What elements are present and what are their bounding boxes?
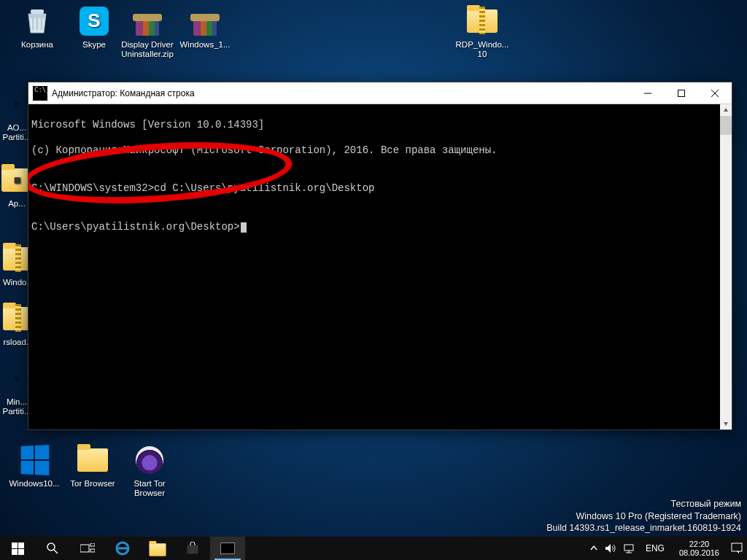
action-center-icon[interactable]: [731, 542, 743, 554]
svg-marker-19: [737, 551, 739, 553]
taskbar-store[interactable]: [175, 537, 210, 560]
windows-logo-icon: [18, 443, 51, 477]
taskbar-search-button[interactable]: [35, 537, 70, 560]
svg-rect-10: [90, 543, 95, 546]
window-title: Администратор: Командная строка: [52, 88, 631, 98]
desktop-icon-windows1[interactable]: Windows_1...: [178, 4, 232, 50]
close-button[interactable]: [698, 82, 732, 104]
system-tray: ENG 22:20 08.09.2016: [586, 537, 747, 560]
folder-icon: [76, 443, 109, 477]
tray-clock[interactable]: 22:20 08.09.2016: [675, 540, 724, 557]
tor-icon: [133, 443, 166, 477]
svg-rect-11: [90, 549, 95, 552]
icon-label: RDP_Windo... 10: [455, 40, 509, 59]
taskbar-explorer[interactable]: [140, 537, 175, 560]
scrollbar-down-button[interactable]: [720, 418, 732, 429]
terminal-line: C:\WINDOWS\system32>cd C:\Users\pyatilis…: [31, 182, 717, 195]
taskbar-edge[interactable]: [105, 537, 140, 560]
icon-label: Tor Browser: [66, 479, 120, 489]
desktop-icon-rdp[interactable]: RDP_Windo... 10: [455, 4, 509, 59]
svg-rect-9: [80, 545, 89, 552]
cmd-window: C:\_ Администратор: Командная строка Mic…: [28, 82, 732, 430]
watermark-line: Windows 10 Pro (Registered Trademark): [546, 510, 741, 522]
maximize-button[interactable]: [665, 82, 698, 104]
start-button[interactable]: [0, 537, 35, 560]
minimize-button[interactable]: [631, 82, 665, 104]
tray-language[interactable]: ENG: [643, 543, 667, 553]
desktop-icon-ddu-zip[interactable]: Display Driver Uninstaller.zip: [120, 4, 174, 59]
cmd-icon: [220, 542, 235, 554]
svg-rect-18: [732, 543, 742, 551]
svg-rect-15: [624, 545, 633, 551]
windows-start-icon: [12, 542, 24, 555]
terminal-line: Microsoft Windows [Version 10.0.14393]: [31, 119, 717, 132]
icon-label: Skype: [67, 40, 121, 50]
svg-rect-13: [187, 545, 198, 553]
svg-marker-6: [724, 422, 728, 426]
scrollbar-thumb[interactable]: [720, 116, 732, 135]
svg-point-7: [47, 543, 55, 551]
icon-label: Windows_1...: [178, 40, 232, 50]
tray-date: 08.09.2016: [679, 548, 719, 557]
icon-label: Корзина: [10, 40, 64, 50]
svg-line-8: [54, 550, 58, 553]
cmd-icon: C:\_: [33, 86, 47, 101]
winrar-icon: [188, 4, 222, 38]
desktop-icon-recycle-bin[interactable]: Корзина: [10, 4, 64, 50]
titlebar[interactable]: C:\_ Администратор: Командная строка: [28, 82, 732, 104]
icon-label: Windows10...: [7, 479, 61, 489]
taskview-icon: [80, 543, 95, 553]
edge-icon: [115, 541, 130, 556]
scrollbar-vertical[interactable]: [720, 104, 732, 429]
store-icon: [186, 542, 199, 555]
watermark-line: Build 14393.rs1_release_inmarket.160819-…: [546, 522, 741, 534]
desktop-icon-tor[interactable]: Tor Browser: [66, 443, 120, 489]
folder-icon: [149, 543, 166, 556]
scrollbar-up-button[interactable]: [720, 104, 732, 116]
taskbar-taskview-button[interactable]: [70, 537, 105, 560]
terminal-prompt: C:\Users\pyatilistnik.org\Desktop>: [31, 221, 717, 234]
svg-rect-0: [31, 9, 44, 14]
search-icon: [46, 542, 59, 555]
svg-rect-2: [678, 90, 685, 96]
taskbar-cmd-running[interactable]: [210, 537, 245, 560]
cursor-icon: [241, 222, 247, 233]
desktop-icon-windows10[interactable]: Windows10...: [7, 443, 61, 489]
watermark-line: Тестовый режим: [546, 498, 741, 510]
folder-zip-icon: [465, 4, 499, 38]
desktop-icon-start-tor[interactable]: Start Tor Browser: [123, 443, 177, 498]
winrar-icon: [131, 4, 164, 38]
prompt-text: C:\Users\pyatilistnik.org\Desktop>: [31, 221, 240, 233]
windows-watermark: Тестовый режим Windows 10 Pro (Registere…: [546, 498, 741, 534]
skype-icon: S: [77, 4, 111, 38]
recycle-bin-icon: [20, 4, 54, 38]
desktop-icon-skype[interactable]: S Skype: [67, 4, 121, 50]
tray-time: 22:20: [679, 540, 719, 548]
taskbar: ENG 22:20 08.09.2016: [0, 537, 747, 560]
terminal-line: (c) Корпорация Майкрософт (Microsoft Cor…: [31, 144, 717, 158]
icon-label: Start Tor Browser: [123, 479, 177, 498]
tray-chevron-up-icon[interactable]: [590, 545, 597, 552]
svg-marker-5: [724, 108, 728, 112]
icon-label: Display Driver Uninstaller.zip: [120, 40, 174, 59]
svg-marker-14: [605, 544, 611, 553]
network-icon[interactable]: [624, 543, 635, 553]
volume-icon[interactable]: [605, 543, 616, 553]
terminal-output[interactable]: Microsoft Windows [Version 10.0.14393] (…: [28, 104, 720, 429]
